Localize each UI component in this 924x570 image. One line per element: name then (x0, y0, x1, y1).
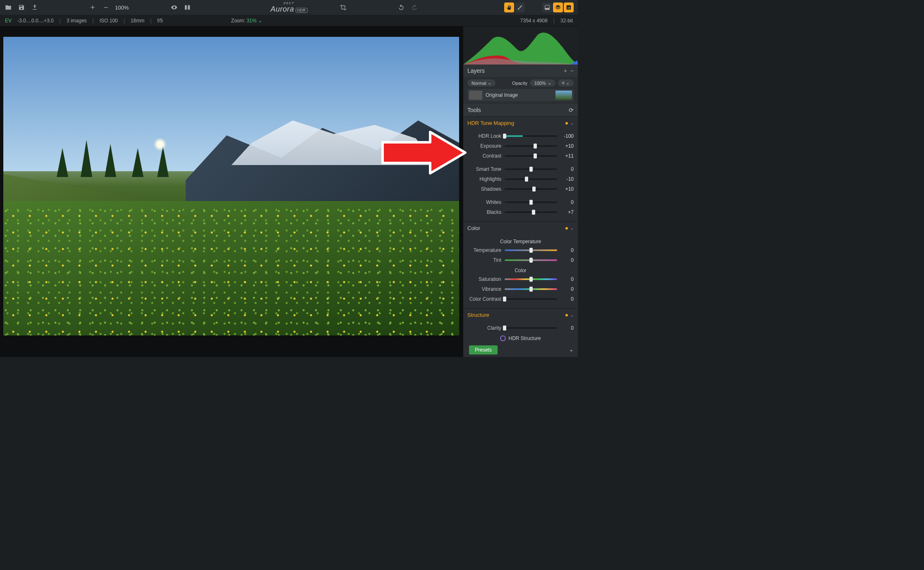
layer-options-icon[interactable]: ≡ ⌄ (558, 79, 574, 86)
hdr-shadows-slider[interactable]: Shadows+10 (467, 184, 574, 194)
annotation-arrow-icon (381, 130, 467, 177)
iso-value: ISO 100 (100, 18, 118, 24)
app-title: 2017 AuroraHDR (270, 1, 307, 14)
tools-title: Tools (467, 107, 481, 113)
color-header[interactable]: Color ⌄ (463, 222, 578, 235)
clarity-slider[interactable]: Clarity 0 (467, 323, 574, 333)
zoom-in-icon[interactable]: + (89, 3, 97, 12)
svg-rect-1 (188, 5, 190, 10)
layers-panel-header[interactable]: Layers +− (463, 65, 578, 77)
panel-layers-icon[interactable] (553, 2, 563, 12)
hdr-hdr-look-slider[interactable]: HDR Look-100 (467, 131, 574, 141)
hdr-blacks-slider[interactable]: Blacks+7 (467, 207, 574, 217)
svg-rect-3 (545, 8, 550, 10)
right-sidebar: Layers +− Normal ⌄ Opacity 100% ⌄ ≡ ⌄ Or… (463, 26, 578, 357)
structure-header[interactable]: Structure ⌄ (463, 309, 578, 321)
bit-depth: 32-bit (560, 18, 573, 24)
image-dimensions: 7354 x 4908 (520, 18, 548, 24)
focal-length: 16mm (131, 18, 144, 24)
tools-panel-header[interactable]: Tools ⟳ (463, 104, 578, 116)
hdr-highlights-slider[interactable]: Highlights-10 (467, 174, 574, 184)
hdr-contrast-slider[interactable]: Contrast+11 (467, 151, 574, 161)
panel-image-icon[interactable] (564, 2, 574, 12)
active-dot-icon (565, 314, 568, 316)
reset-tools-icon[interactable]: ⟳ (569, 107, 574, 113)
preview-eye-icon[interactable] (170, 3, 178, 12)
panel-histogram-icon[interactable] (542, 2, 552, 12)
active-dot-icon (565, 122, 568, 125)
hand-tool-icon[interactable] (504, 2, 514, 12)
brush-tool-icon[interactable] (515, 2, 525, 12)
layer-thumbnail (469, 91, 482, 100)
aperture: f/5 (157, 18, 163, 24)
layer-name: Original Image (486, 92, 518, 98)
ev-label: EV (5, 18, 12, 24)
add-layer-icon[interactable]: + (564, 67, 567, 74)
compare-icon[interactable] (183, 3, 192, 12)
canvas-area[interactable] (0, 26, 463, 357)
hdr-structure-icon (500, 335, 506, 341)
color-temperature-slider[interactable]: Temperature0 (467, 245, 574, 255)
top-toolbar: + − 100% 2017 AuroraHDR (0, 0, 578, 15)
chevron-down-icon: ⌄ (570, 226, 574, 230)
svg-rect-0 (185, 5, 187, 10)
color-tint-slider[interactable]: Tint0 (467, 255, 574, 265)
layers-title: Layers (467, 67, 485, 74)
active-dot-icon (565, 227, 568, 230)
zoom-value[interactable]: 31% ⌄ (247, 18, 262, 24)
ev-values: -3.0....0.0....+3.0 (17, 18, 54, 24)
opacity-label: Opacity (512, 81, 527, 86)
color-section: Color ⌄ Color Temperature Temperature0Ti… (463, 221, 578, 308)
zoom-label: Zoom: (231, 18, 245, 24)
hdr-whites-slider[interactable]: Whites0 (467, 197, 574, 207)
remove-layer-icon[interactable]: − (570, 67, 574, 74)
hdr-structure-button[interactable]: HDR Structure (467, 333, 574, 344)
save-icon[interactable] (17, 3, 26, 12)
color-color-contrast-slider[interactable]: Color Contrast0 (467, 294, 574, 304)
zoom-out-icon[interactable]: − (102, 3, 110, 12)
color-saturation-slider[interactable]: Saturation0 (467, 274, 574, 284)
crop-icon[interactable] (339, 3, 347, 12)
preview-image[interactable] (3, 37, 459, 335)
image-count: 3 images (67, 18, 87, 24)
layer-item[interactable]: Original Image (467, 89, 574, 101)
svg-rect-4 (567, 5, 571, 10)
color-subtitle: Color (467, 265, 574, 274)
structure-section: Structure ⌄ Clarity 0 HDR Structure (463, 308, 578, 348)
hdr-tone-mapping-header[interactable]: HDR Tone Mapping ⌄ (463, 117, 578, 129)
color-temperature-subtitle: Color Temperature (467, 236, 574, 245)
add-preset-icon[interactable]: + (570, 347, 573, 354)
open-folder-icon[interactable] (4, 3, 12, 12)
export-icon[interactable] (31, 3, 39, 12)
zoom-percent[interactable]: 100% (115, 5, 129, 11)
layer-preview-thumbnail (555, 91, 572, 100)
presets-button[interactable]: Presets (469, 345, 498, 354)
info-bar: EV -3.0....0.0....+3.0 | 3 images | ISO … (0, 15, 578, 26)
opacity-value[interactable]: 100% ⌄ (530, 79, 555, 86)
hdr-exposure-slider[interactable]: Exposure+10 (467, 141, 574, 151)
hdr-tone-mapping-section: HDR Tone Mapping ⌄ HDR Look-100Exposure+… (463, 116, 578, 221)
redo-icon[interactable] (410, 3, 419, 12)
undo-icon[interactable] (397, 3, 405, 12)
chevron-down-icon: ⌄ (570, 313, 574, 317)
histogram[interactable] (463, 26, 578, 65)
blend-mode-dropdown[interactable]: Normal ⌄ (467, 79, 496, 86)
color-vibrance-slider[interactable]: Vibrance0 (467, 284, 574, 294)
chevron-down-icon: ⌄ (570, 121, 574, 125)
hdr-smart-tone-slider[interactable]: Smart Tone0 (467, 164, 574, 174)
